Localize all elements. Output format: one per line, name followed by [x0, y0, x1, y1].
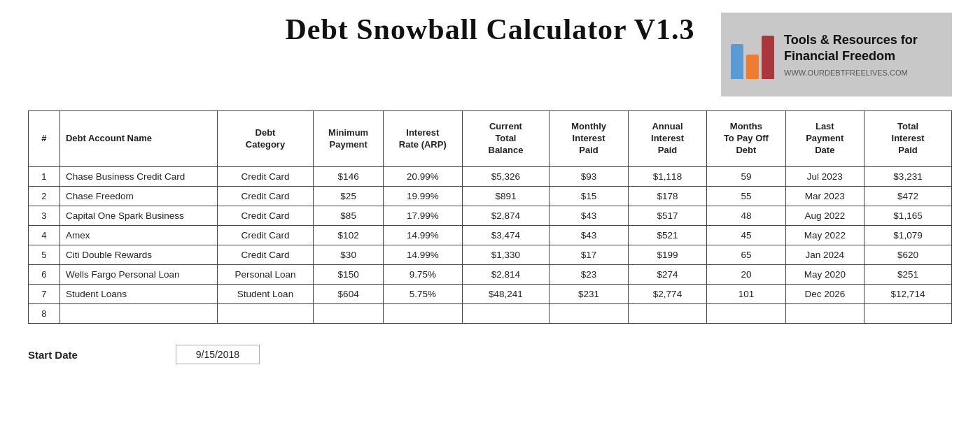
table-cell: 19.99% [384, 187, 462, 206]
table-cell: Mar 2023 [785, 187, 864, 206]
table-cell: 4 [29, 226, 60, 245]
header-balance: CurrentTotalBalance [462, 111, 550, 167]
table-cell: $23 [550, 265, 628, 285]
table-cell: 8 [29, 304, 60, 324]
logo-box: Tools & Resources for Financial Freedom … [721, 13, 952, 96]
table-cell: $43 [550, 226, 628, 245]
logo-bar-1 [731, 44, 743, 79]
header-annual-interest: AnnualInterestPaid [628, 111, 706, 167]
table-cell: $48,241 [462, 285, 550, 304]
table-cell: Jul 2023 [785, 167, 864, 187]
table-cell: $604 [314, 285, 384, 304]
header-min-payment: MinimumPayment [314, 111, 384, 167]
table-row: 5Citi Double RewardsCredit Card$3014.99%… [29, 245, 952, 265]
table-cell: 17.99% [384, 206, 462, 226]
table-cell: Aug 2022 [785, 206, 864, 226]
debt-table: # Debt Account Name DebtCategory Minimum… [28, 110, 952, 324]
table-cell: $231 [550, 285, 628, 304]
header: Debt Snowball Calculator V1.3 Tools & Re… [0, 0, 980, 103]
table-cell: $274 [628, 265, 706, 285]
table-cell: $1,330 [462, 245, 550, 265]
header-months: MonthsTo Pay OffDebt [707, 111, 785, 167]
table-cell: $2,774 [628, 285, 706, 304]
table-cell: Credit Card [217, 245, 313, 265]
table-cell [59, 304, 217, 324]
table-row: 2Chase FreedomCredit Card$2519.99%$891$1… [29, 187, 952, 206]
table-cell: $15 [550, 187, 628, 206]
table-cell: Chase Business Credit Card [59, 167, 217, 187]
header-monthly-interest: MonthlyInterestPaid [550, 111, 628, 167]
table-cell: $85 [314, 206, 384, 226]
table-cell: 14.99% [384, 245, 462, 265]
table-cell: $1,079 [864, 226, 952, 245]
table-cell: $150 [314, 265, 384, 285]
table-cell: 101 [707, 285, 785, 304]
table-cell [550, 304, 628, 324]
header-total-interest: TotalInterestPaid [864, 111, 952, 167]
table-cell [707, 304, 785, 324]
table-row: 1Chase Business Credit CardCredit Card$1… [29, 167, 952, 187]
table-cell: $5,326 [462, 167, 550, 187]
table-cell: 65 [707, 245, 785, 265]
table-section: # Debt Account Name DebtCategory Minimum… [0, 103, 980, 324]
table-cell: $1,118 [628, 167, 706, 187]
header-num: # [29, 111, 60, 167]
table-cell: $178 [628, 187, 706, 206]
table-cell: Jan 2024 [785, 245, 864, 265]
table-row: 4AmexCredit Card$10214.99%$3,474$43$5214… [29, 226, 952, 245]
table-cell: 20 [707, 265, 785, 285]
table-cell: Student Loans [59, 285, 217, 304]
logo-bar-2 [746, 55, 759, 79]
logo-bar-3 [762, 36, 774, 79]
table-cell: $12,714 [864, 285, 952, 304]
table-cell: Credit Card [217, 206, 313, 226]
table-cell: May 2022 [785, 226, 864, 245]
table-row: 7Student LoansStudent Loan$6045.75%$48,2… [29, 285, 952, 304]
logo-chart [731, 30, 774, 79]
table-cell: $3,474 [462, 226, 550, 245]
table-cell: Credit Card [217, 187, 313, 206]
table-cell: $2,814 [462, 265, 550, 285]
page-wrapper: Debt Snowball Calculator V1.3 Tools & Re… [0, 0, 980, 444]
table-cell: $620 [864, 245, 952, 265]
table-cell: Citi Double Rewards [59, 245, 217, 265]
table-body: 1Chase Business Credit CardCredit Card$1… [29, 167, 952, 324]
table-cell: 6 [29, 265, 60, 285]
table-cell: $199 [628, 245, 706, 265]
table-cell [217, 304, 313, 324]
table-cell: 14.99% [384, 226, 462, 245]
table-cell: 7 [29, 285, 60, 304]
table-cell [628, 304, 706, 324]
table-cell: $251 [864, 265, 952, 285]
header-category: DebtCategory [217, 111, 313, 167]
start-date-value[interactable]: 9/15/2018 [176, 345, 260, 364]
table-cell: 45 [707, 226, 785, 245]
table-cell: $3,231 [864, 167, 952, 187]
table-cell: $30 [314, 245, 384, 265]
table-cell [462, 304, 550, 324]
table-cell: 20.99% [384, 167, 462, 187]
table-row: 6Wells Fargo Personal LoanPersonal Loan$… [29, 265, 952, 285]
table-cell: 1 [29, 167, 60, 187]
header-last-payment: LastPaymentDate [785, 111, 864, 167]
table-cell: 3 [29, 206, 60, 226]
table-cell: Chase Freedom [59, 187, 217, 206]
table-header-row: # Debt Account Name DebtCategory Minimum… [29, 111, 952, 167]
start-date-label: Start Date [28, 349, 78, 361]
table-cell: 55 [707, 187, 785, 206]
table-cell: $146 [314, 167, 384, 187]
table-cell: 9.75% [384, 265, 462, 285]
logo-text-area: Tools & Resources for Financial Freedom … [784, 32, 942, 78]
table-cell: Wells Fargo Personal Loan [59, 265, 217, 285]
table-cell [314, 304, 384, 324]
table-cell: 59 [707, 167, 785, 187]
table-cell: 48 [707, 206, 785, 226]
page-title: Debt Snowball Calculator V1.3 [285, 13, 694, 46]
table-cell: 2 [29, 187, 60, 206]
table-cell [384, 304, 462, 324]
table-row: 3Capital One Spark BusinessCredit Card$8… [29, 206, 952, 226]
table-cell: Student Loan [217, 285, 313, 304]
table-cell: 5.75% [384, 285, 462, 304]
table-cell: $472 [864, 187, 952, 206]
table-cell: Amex [59, 226, 217, 245]
